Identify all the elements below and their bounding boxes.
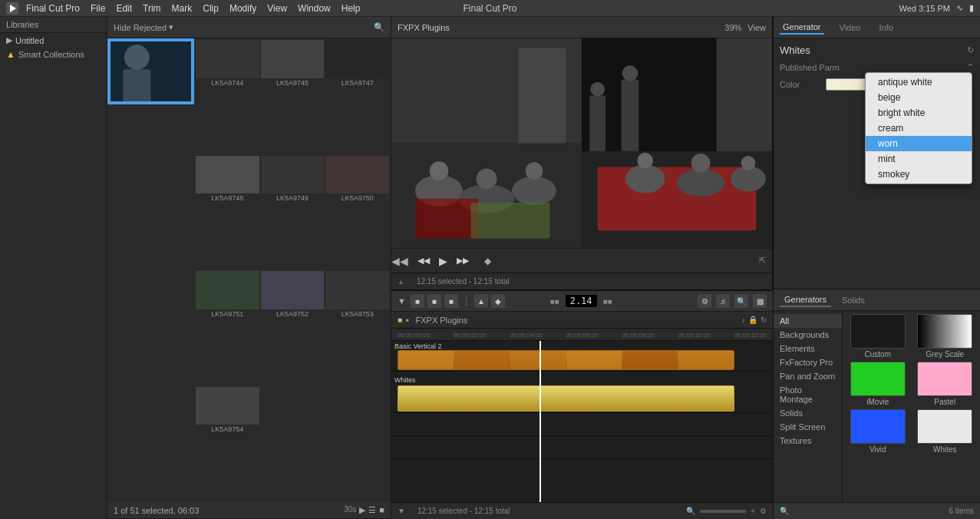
svg-rect-17: [518, 48, 566, 144]
thumb-label: LK5A9747: [325, 78, 389, 88]
dropdown-antique-white[interactable]: antique white: [866, 74, 972, 90]
gen-thumb-whites[interactable]: Whites: [913, 409, 978, 454]
gen-thumb-greyscale[interactable]: Grey Scale: [913, 314, 978, 359]
cat-fxfactory[interactable]: FxFactory Pro: [774, 355, 842, 369]
cat-split-screen[interactable]: Split Screen: [774, 420, 842, 434]
cat-elements[interactable]: Elements: [774, 342, 842, 355]
play-btn[interactable]: ▶: [439, 255, 447, 267]
menu-trim[interactable]: Trim: [143, 3, 161, 14]
thumbnail-item[interactable]: LK5A9750: [325, 156, 389, 270]
audio-icon[interactable]: ♬: [716, 294, 730, 308]
library-untitled[interactable]: ▶ Untitled: [0, 33, 107, 48]
thumbnail-item[interactable]: LK5A9752: [261, 271, 325, 385]
clip-whites[interactable]: [398, 385, 734, 412]
cat-textures[interactable]: Textures: [774, 434, 842, 448]
tool-icon-3[interactable]: ■: [444, 294, 458, 308]
dropdown-mint[interactable]: mint: [866, 151, 972, 167]
playhead[interactable]: [539, 341, 541, 502]
dropdown-beige[interactable]: beige: [866, 90, 972, 105]
gen-thumb-custom[interactable]: Custom: [846, 314, 910, 359]
smart-collections-label: Smart Collections: [18, 50, 84, 59]
spanner-icon[interactable]: ⚙: [698, 294, 711, 308]
clip-tool-icon[interactable]: ▲: [474, 294, 488, 308]
zoom-in-icon[interactable]: +: [751, 507, 755, 515]
color-dropdown-menu[interactable]: antique white beige bright white cream w…: [865, 72, 972, 184]
menu-edit[interactable]: Edit: [116, 3, 132, 14]
thumbnail-item[interactable]: LK5A9744: [196, 40, 259, 154]
reset-icon[interactable]: ↻: [967, 45, 974, 55]
cat-all[interactable]: All: [774, 314, 842, 328]
thumbnail-item[interactable]: LK5A9751: [196, 271, 259, 385]
audio-mute-icon[interactable]: ♪: [741, 316, 745, 324]
next-frame-btn[interactable]: ▶▶: [457, 256, 469, 266]
gen-thumb-pastel[interactable]: Pastel: [913, 362, 978, 406]
whites-title: Whites: [780, 45, 810, 56]
rewind-btn[interactable]: ◀◀: [417, 256, 430, 266]
menu-file[interactable]: File: [91, 3, 105, 14]
razor-tool-icon[interactable]: ◆: [491, 294, 505, 308]
zoom-icon[interactable]: 🔍: [734, 294, 748, 308]
menu-mark[interactable]: Mark: [172, 3, 193, 14]
menu-finalcutpro[interactable]: Final Cut Pro: [26, 3, 80, 14]
dropdown-worn[interactable]: worn: [866, 136, 972, 151]
lock-icon[interactable]: 🔒: [748, 316, 757, 324]
thumbnail-item[interactable]: LK5A9754: [196, 387, 259, 501]
smart-collections-item[interactable]: ▲ Smart Collections: [0, 48, 107, 61]
hide-rejected-btn[interactable]: Hide Rejected ▾: [114, 22, 173, 32]
thumbnail-item[interactable]: LK5A9753: [325, 271, 389, 385]
waveform-icon[interactable]: ▩: [753, 294, 767, 308]
generator-thumbnails: Custom Grey Scale iMovie P: [843, 311, 980, 502]
tab-generator[interactable]: Generator: [780, 21, 824, 35]
folder-icon: ▲: [6, 49, 15, 60]
cat-photo-montage[interactable]: Photo Montage: [774, 383, 842, 406]
list-view-icon[interactable]: ☰: [368, 505, 376, 515]
zoom-out-icon[interactable]: 🔍: [686, 507, 695, 515]
tab-video[interactable]: Video: [836, 21, 864, 34]
expand-icon[interactable]: ⌃: [967, 62, 974, 72]
add-icon-status[interactable]: ▼: [398, 507, 405, 515]
cat-pan-zoom[interactable]: Pan and Zoom: [774, 369, 842, 383]
add-marker-icon[interactable]: ◆: [484, 256, 491, 266]
zoom-slider[interactable]: [700, 510, 746, 513]
menu-modify[interactable]: Modify: [229, 3, 256, 14]
thumb-label: LK5A9753: [325, 309, 389, 319]
status-timecode: ▲: [398, 278, 404, 286]
dropdown-bright-white[interactable]: bright white: [866, 105, 972, 121]
settings-icon[interactable]: ⚙: [760, 507, 767, 515]
fullscreen-btn[interactable]: ⇱: [759, 256, 766, 266]
gen-thumb-vivid[interactable]: Vivid: [846, 409, 910, 454]
ruler-mark: 00:00:02:00: [454, 332, 486, 340]
thumbnail-item[interactable]: LK5A9748: [196, 156, 259, 270]
thumbnail-person[interactable]: [109, 40, 193, 103]
zoom-level: 39%: [724, 23, 741, 32]
sync-icon[interactable]: ↻: [761, 316, 767, 324]
clip-basic-vertical[interactable]: [398, 350, 734, 370]
tab-solids[interactable]: Solids: [837, 294, 869, 306]
gen-label-vivid: Vivid: [869, 445, 886, 454]
dropdown-cream[interactable]: cream: [866, 121, 972, 136]
dropdown-smokey[interactable]: smokey: [866, 167, 972, 182]
thumbnail-item[interactable]: LK5A9745: [261, 40, 325, 154]
tab-info[interactable]: Info: [876, 21, 896, 34]
prev-frame-icon[interactable]: ◀◀: [391, 255, 408, 267]
menu-help[interactable]: Help: [342, 3, 361, 14]
search-icon[interactable]: 🔍: [374, 22, 384, 32]
thumbnail-item[interactable]: LK5A9747: [325, 40, 389, 154]
tool-icon-2[interactable]: ■: [427, 294, 441, 308]
gen-thumb-imovie[interactable]: iMovie: [846, 362, 910, 406]
menu-window[interactable]: Window: [298, 3, 331, 14]
search-footer-icon[interactable]: 🔍: [780, 507, 789, 515]
menu-view[interactable]: View: [267, 3, 287, 14]
timeline-header: ■ ● FXPX Plugins ♪ 🔒 ↻: [391, 312, 773, 329]
tool-icon-1[interactable]: ■: [411, 294, 424, 308]
cat-solids[interactable]: Solids: [774, 406, 842, 420]
cat-backgrounds[interactable]: Backgrounds: [774, 328, 842, 342]
svg-point-11: [477, 169, 497, 190]
menubar-right: Wed 3:15 PM ∿ ▮: [899, 3, 974, 13]
tab-generators[interactable]: Generators: [780, 293, 831, 307]
grid-view-icon[interactable]: ■: [379, 505, 384, 515]
add-icon[interactable]: ▼: [398, 296, 406, 306]
thumbnail-item[interactable]: LK5A9749: [261, 156, 325, 270]
view-btn[interactable]: View: [747, 23, 766, 32]
menu-clip[interactable]: Clip: [203, 3, 219, 14]
